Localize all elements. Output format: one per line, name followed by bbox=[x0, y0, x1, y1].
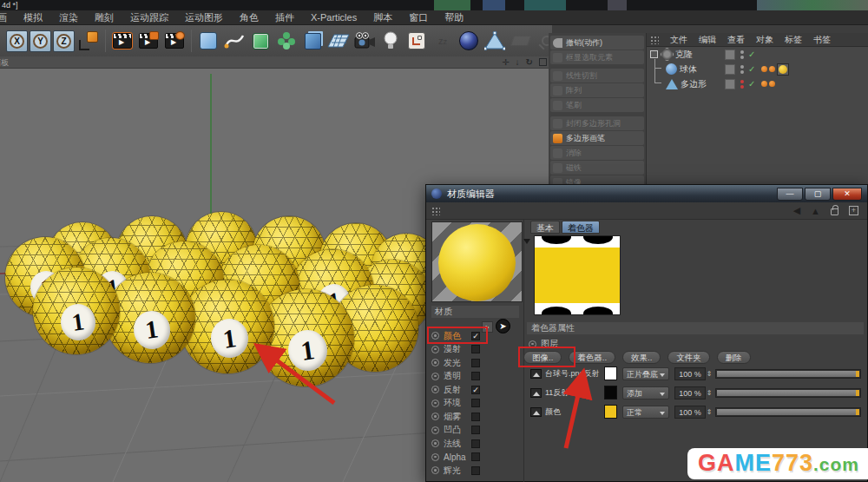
channel-checkbox[interactable] bbox=[471, 466, 480, 475]
delete-button[interactable]: 删除 bbox=[717, 351, 751, 364]
uvw-tag-icon[interactable] bbox=[769, 66, 775, 72]
opacity-stepper-icon[interactable]: ⇕ bbox=[706, 370, 713, 378]
menu-motion-tracker[interactable]: 运动跟踪 bbox=[130, 11, 168, 24]
tab-shader[interactable]: 着色器 bbox=[562, 221, 600, 234]
blend-mode-dropdown[interactable]: 正片叠底 bbox=[622, 367, 669, 380]
menu-animation[interactable]: 动画 bbox=[0, 11, 7, 24]
lock-z-axis-button[interactable]: Z bbox=[53, 30, 75, 52]
opacity-value[interactable]: 100 % bbox=[674, 406, 706, 419]
instance-cubes-button[interactable] bbox=[300, 29, 325, 53]
enable-check-icon[interactable]: ✓ bbox=[748, 50, 755, 59]
opacity-stepper-icon[interactable]: ⇕ bbox=[706, 408, 713, 416]
material-name-bar[interactable]: 材质 bbox=[431, 306, 519, 318]
channel-glow[interactable]: 辉光 bbox=[428, 464, 522, 478]
primitive-cube-button[interactable] bbox=[196, 29, 220, 53]
palette-item-frame-selected[interactable]: 框显选取元素 bbox=[550, 50, 644, 64]
channel-checkbox[interactable] bbox=[471, 332, 480, 340]
tree-row-polygon[interactable]: 多边形 ✓ bbox=[647, 76, 868, 91]
blend-mode-dropdown[interactable]: 正常 bbox=[622, 406, 669, 419]
channel-checkbox[interactable] bbox=[471, 386, 480, 394]
render-to-picture-viewer-button[interactable] bbox=[136, 29, 161, 53]
om-menu-edit[interactable]: 编辑 bbox=[699, 34, 716, 46]
viewport-panel-label[interactable]: 面板 bbox=[0, 58, 9, 67]
om-menu-view[interactable]: 查看 bbox=[727, 34, 745, 46]
viewport-pan-icon[interactable]: ✛ bbox=[502, 56, 509, 69]
channel-color[interactable]: 颜色 bbox=[428, 329, 522, 343]
layer-color-icon[interactable] bbox=[725, 50, 735, 60]
om-menu-tag[interactable]: 标签 bbox=[785, 34, 802, 46]
polygon-mesh-button[interactable] bbox=[483, 29, 507, 53]
phong-tag-icon[interactable] bbox=[761, 66, 767, 72]
channel-checkbox[interactable] bbox=[471, 413, 480, 421]
maximize-button[interactable]: ▢ bbox=[805, 188, 831, 201]
channel-diffusion[interactable]: 漫射 bbox=[428, 343, 522, 357]
opacity-slider[interactable] bbox=[715, 369, 861, 379]
channel-reflectance[interactable]: 反射 bbox=[428, 383, 522, 397]
menu-xparticles[interactable]: X-Particles bbox=[311, 12, 357, 23]
palette-item-array[interactable]: 阵列 bbox=[550, 83, 644, 97]
menu-window[interactable]: 窗口 bbox=[409, 11, 428, 24]
om-menu-object[interactable]: 对象 bbox=[756, 34, 773, 46]
palette-item-magnet[interactable]: 磁铁 bbox=[550, 161, 644, 175]
channel-checkbox[interactable] bbox=[471, 372, 480, 380]
camera-object-button[interactable] bbox=[352, 29, 377, 53]
opacity-slider[interactable] bbox=[715, 388, 861, 398]
material-sphere-button[interactable] bbox=[457, 29, 481, 53]
material-tag-icon[interactable] bbox=[777, 63, 789, 76]
spline-pen-button[interactable] bbox=[222, 29, 247, 53]
floor-object-button[interactable] bbox=[326, 29, 351, 53]
snap-disabled-button[interactable]: zz bbox=[431, 29, 455, 53]
history-up-icon[interactable]: ▲ bbox=[811, 206, 820, 216]
channel-checkbox[interactable] bbox=[471, 399, 480, 407]
layer-color-icon[interactable] bbox=[725, 64, 735, 75]
layer-thumbnail[interactable] bbox=[604, 386, 617, 399]
layer-color-icon[interactable] bbox=[725, 79, 735, 89]
disabled-tool-button[interactable] bbox=[509, 29, 533, 53]
blend-mode-dropdown[interactable]: 添加 bbox=[622, 386, 669, 399]
expand-toggle-icon[interactable] bbox=[650, 50, 658, 58]
render-view-button[interactable] bbox=[110, 29, 135, 53]
lock-icon[interactable] bbox=[831, 208, 838, 215]
folder-button[interactable]: 文件夹 bbox=[667, 351, 710, 364]
material-preview[interactable] bbox=[431, 221, 523, 302]
layer-row-11-reflect[interactable]: 11反射 添加 100 % ⇕ bbox=[530, 385, 861, 400]
palette-item-polygon-pen[interactable]: 多边形画笔 bbox=[550, 131, 644, 145]
menu-render[interactable]: 渲染 bbox=[59, 11, 78, 24]
opacity-value[interactable]: 100 % bbox=[674, 386, 706, 399]
palette-item-line-cut[interactable]: 线性切割 bbox=[550, 69, 644, 83]
opacity-slider[interactable] bbox=[715, 407, 861, 417]
opacity-value[interactable]: 100 % bbox=[674, 367, 706, 380]
menu-script[interactable]: 脚本 bbox=[373, 11, 392, 24]
tab-basic[interactable]: 基本 bbox=[530, 221, 560, 234]
tree-row-sphere[interactable]: 球体 ✓ bbox=[647, 62, 868, 76]
om-menu-bookmark[interactable]: 书签 bbox=[813, 34, 831, 46]
channel-fog[interactable]: 烟雾 bbox=[428, 410, 522, 424]
phong-tag-icon[interactable] bbox=[761, 81, 767, 87]
channel-checkbox[interactable] bbox=[471, 439, 480, 448]
layer-row-ball-number[interactable]: 台球号.png反射 正片叠底 100 % ⇕ bbox=[530, 366, 861, 381]
history-back-icon[interactable]: ◀ bbox=[793, 205, 800, 216]
collapse-triangle-icon[interactable] bbox=[523, 239, 530, 244]
viewport-toggle-icon[interactable] bbox=[539, 58, 547, 66]
channel-environment[interactable]: 环境 bbox=[428, 397, 522, 411]
channel-luminance[interactable]: 发光 bbox=[428, 356, 522, 370]
channel-transparency[interactable]: 透明 bbox=[428, 370, 522, 384]
layer-thumbnail[interactable] bbox=[604, 405, 617, 419]
shader-button[interactable]: 着色器.. bbox=[569, 351, 615, 364]
menu-plugins[interactable]: 插件 bbox=[275, 11, 294, 24]
new-window-icon[interactable]: + bbox=[849, 206, 858, 215]
lock-y-axis-button[interactable]: Y bbox=[30, 30, 51, 52]
layer-row-color[interactable]: 颜色 正常 100 % ⇕ bbox=[530, 404, 861, 419]
palette-item-dissolve[interactable]: 消除 bbox=[550, 146, 644, 160]
effect-button[interactable]: 效果.. bbox=[622, 351, 661, 364]
layer-thumbnail[interactable] bbox=[604, 366, 617, 380]
workplane-button[interactable] bbox=[404, 29, 429, 53]
channel-checkbox[interactable] bbox=[471, 359, 480, 367]
om-menu-file[interactable]: 文件 bbox=[670, 34, 687, 46]
channel-normal[interactable]: 法线 bbox=[428, 437, 522, 451]
render-settings-button[interactable] bbox=[162, 29, 187, 53]
channel-checkbox[interactable] bbox=[471, 426, 480, 434]
channel-bump[interactable]: 凹凸 bbox=[428, 424, 522, 438]
channel-checkbox[interactable] bbox=[471, 452, 480, 461]
uvw-tag-icon[interactable] bbox=[769, 81, 775, 87]
